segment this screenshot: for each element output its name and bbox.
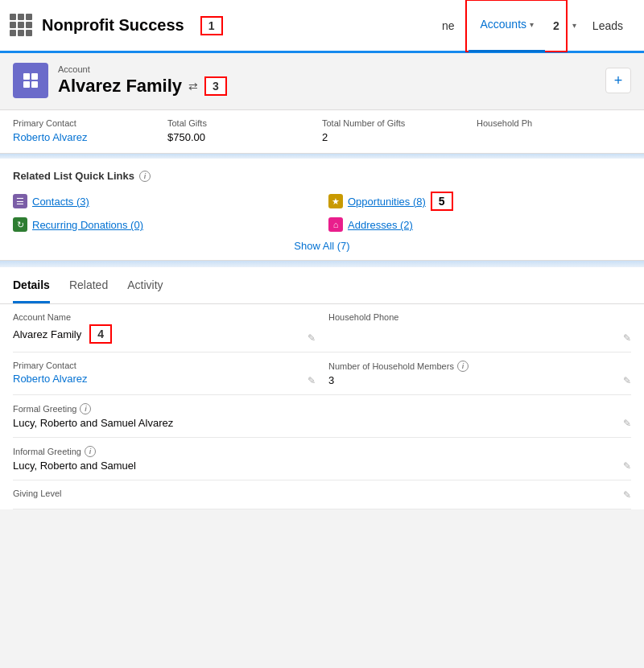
nav-chevron-standalone[interactable]: ▾ — [568, 0, 581, 52]
formal-greeting-value: Lucy, Roberto and Samuel Alvarez — [13, 417, 631, 429]
quick-links-grid: ☰ Contacts (3) ★ Opportunities (8) 5 ↻ R… — [13, 192, 631, 232]
household-members-edit-icon[interactable]: ✎ — [623, 375, 631, 386]
detail-col-account-name: Account Name Alvarez Family 4 ✎ — [13, 312, 316, 344]
account-name-edit-icon[interactable]: ✎ — [308, 332, 316, 344]
annotation-5: 5 — [431, 192, 453, 211]
giving-level-edit-icon[interactable]: ✎ — [623, 489, 631, 501]
quick-link-opportunities[interactable]: ★ Opportunities (8) — [328, 194, 426, 208]
stat-total-gifts-value: $750.00 — [167, 131, 322, 143]
nav-tab-home-label: ne — [442, 19, 455, 32]
opportunities-link[interactable]: Opportunities (8) — [348, 196, 426, 208]
account-name-label: Account Name — [13, 312, 316, 322]
opportunities-icon: ★ — [328, 194, 343, 208]
quick-link-recurring[interactable]: ↻ Recurring Donations (0) — [13, 217, 316, 232]
show-all-link[interactable]: Show All (7) — [13, 240, 631, 252]
contacts-icon: ☰ — [13, 194, 27, 208]
stat-total-gifts-label: Total Gifts — [167, 118, 322, 128]
section-divider-2 — [0, 261, 644, 267]
stat-primary-contact-value[interactable]: Roberto Alvarez — [13, 131, 167, 143]
detail-col-formal-greeting: Formal Greeting i Lucy, Roberto and Samu… — [13, 403, 631, 429]
annotation-2: 2 — [548, 18, 564, 34]
household-phone-label: Household Phone — [328, 312, 631, 322]
quick-link-opportunities-row: ★ Opportunities (8) 5 — [328, 192, 631, 211]
app-menu-icon[interactable] — [10, 14, 34, 38]
stat-number-gifts-value: 2 — [322, 131, 477, 143]
quick-link-addresses[interactable]: ⌂ Addresses (2) — [328, 217, 631, 232]
account-header: Account Alvarez Family ⇄ 3 + — [0, 53, 644, 110]
annotation-2-wrapper: Accounts ▾ 2 — [465, 0, 567, 52]
quick-links-title-text: Related List Quick Links — [13, 170, 134, 182]
primary-contact-edit-icon[interactable]: ✎ — [308, 375, 316, 386]
svg-rect-1 — [31, 73, 38, 80]
household-members-info-icon[interactable]: i — [457, 361, 469, 372]
tab-details-label: Details — [13, 278, 50, 291]
quick-link-contacts[interactable]: ☰ Contacts (3) — [13, 192, 316, 211]
account-label: Account — [58, 64, 227, 74]
detail-row-5: Giving Level ✎ — [13, 480, 631, 509]
add-icon: + — [614, 72, 623, 89]
svg-rect-2 — [23, 81, 30, 88]
account-name-row: Alvarez Family ⇄ 3 — [58, 76, 227, 97]
tab-related-label: Related — [69, 278, 108, 291]
detail-row-3: Formal Greeting i Lucy, Roberto and Samu… — [13, 395, 631, 438]
detail-col-household-members: Number of Household Members i 3 ✎ — [328, 361, 631, 386]
addresses-icon: ⌂ — [328, 217, 343, 232]
formal-greeting-label: Formal Greeting i — [13, 403, 631, 414]
nav-tab-accounts-label: Accounts — [480, 18, 526, 31]
detail-col-primary-contact: Primary Contact Roberto Alvarez ✎ — [13, 361, 316, 386]
account-header-left: Account Alvarez Family ⇄ 3 — [13, 63, 227, 98]
tab-details[interactable]: Details — [13, 267, 50, 303]
primary-contact-value[interactable]: Roberto Alvarez — [13, 373, 316, 385]
stat-primary-contact: Primary Contact Roberto Alvarez — [13, 118, 167, 143]
giving-level-label: Giving Level — [13, 489, 631, 498]
stat-household-phone: Household Ph — [477, 118, 631, 143]
add-button[interactable]: + — [605, 68, 631, 93]
account-info: Account Alvarez Family ⇄ 3 — [58, 64, 227, 97]
recurring-link[interactable]: Recurring Donations (0) — [32, 219, 143, 231]
nav-tab-leads[interactable]: Leads — [581, 0, 634, 52]
stat-total-gifts: Total Gifts $750.00 — [167, 118, 322, 143]
nav-tab-leads-label: Leads — [592, 19, 623, 32]
account-icon — [13, 63, 48, 98]
informal-greeting-info-icon[interactable]: i — [85, 446, 96, 457]
household-members-label: Number of Household Members i — [328, 361, 631, 372]
stat-number-gifts: Total Number of Gifts 2 — [322, 118, 477, 143]
primary-contact-label: Primary Contact — [13, 361, 316, 370]
household-phone-edit-icon[interactable]: ✎ — [623, 332, 631, 344]
household-members-value: 3 — [328, 374, 631, 386]
account-name: Alvarez Family — [58, 76, 182, 97]
detail-col-informal-greeting: Informal Greeting i Lucy, Roberto and Sa… — [13, 446, 631, 472]
tab-activity-label: Activity — [127, 278, 163, 291]
nav-tab-accounts[interactable]: Accounts ▾ — [469, 0, 545, 52]
details-section: Account Name Alvarez Family 4 ✎ Househol… — [0, 304, 644, 509]
nav-tabs: ne Accounts ▾ 2 ▾ Leads — [223, 0, 635, 52]
top-navigation: Nonprofit Success 1 ne Accounts ▾ 2 ▾ Le… — [0, 0, 644, 53]
formal-greeting-info-icon[interactable]: i — [80, 403, 91, 414]
contacts-link[interactable]: Contacts (3) — [32, 196, 89, 208]
stat-household-phone-label: Household Ph — [477, 118, 631, 128]
addresses-link[interactable]: Addresses (2) — [348, 219, 413, 231]
detail-col-household-phone: Household Phone ✎ — [328, 312, 631, 344]
tab-related[interactable]: Related — [69, 267, 108, 303]
stats-bar: Primary Contact Roberto Alvarez Total Gi… — [0, 110, 644, 154]
detail-row-1: Account Name Alvarez Family 4 ✎ Househol… — [13, 304, 631, 353]
svg-rect-3 — [31, 81, 38, 88]
svg-rect-0 — [23, 73, 30, 80]
detail-row-2: Primary Contact Roberto Alvarez ✎ Number… — [13, 353, 631, 395]
tab-activity[interactable]: Activity — [127, 267, 163, 303]
detail-row-4: Informal Greeting i Lucy, Roberto and Sa… — [13, 438, 631, 480]
informal-greeting-value: Lucy, Roberto and Samuel — [13, 460, 631, 472]
tabs-bar: Details Related Activity — [0, 267, 644, 304]
quick-links-info-icon[interactable]: i — [139, 171, 151, 182]
recurring-icon: ↻ — [13, 217, 27, 232]
account-name-value: Alvarez Family — [13, 328, 81, 340]
detail-col-giving-level: Giving Level ✎ — [13, 489, 631, 501]
annotation-1: 1 — [200, 16, 223, 35]
quick-links-section: Related List Quick Links i ☰ Contacts (3… — [0, 159, 644, 261]
stat-number-gifts-label: Total Number of Gifts — [322, 118, 477, 128]
account-edit-icon[interactable]: ⇄ — [188, 80, 198, 93]
accounts-chevron-icon[interactable]: ▾ — [530, 20, 534, 29]
informal-greeting-edit-icon[interactable]: ✎ — [623, 460, 631, 472]
nav-tab-home[interactable]: ne — [431, 0, 466, 52]
formal-greeting-edit-icon[interactable]: ✎ — [623, 418, 631, 429]
